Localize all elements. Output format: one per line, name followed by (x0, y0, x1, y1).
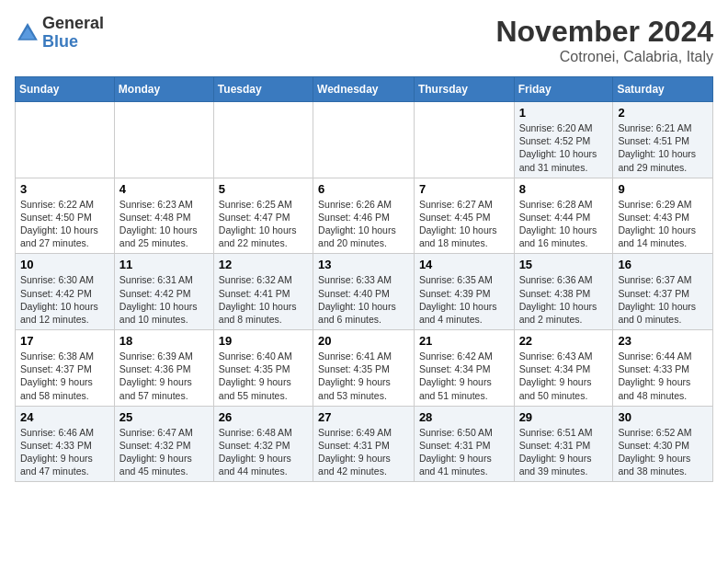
day-info: Sunrise: 6:25 AM Sunset: 4:47 PM Dayligh… (219, 198, 308, 250)
calendar-cell: 12Sunrise: 6:32 AM Sunset: 4:41 PM Dayli… (213, 254, 313, 330)
day-info: Sunrise: 6:43 AM Sunset: 4:34 PM Dayligh… (519, 350, 609, 402)
calendar-cell: 27Sunrise: 6:49 AM Sunset: 4:31 PM Dayli… (313, 406, 415, 482)
day-info: Sunrise: 6:41 AM Sunset: 4:35 PM Dayligh… (318, 350, 409, 402)
calendar-cell: 13Sunrise: 6:33 AM Sunset: 4:40 PM Dayli… (313, 254, 415, 330)
calendar-week-3: 10Sunrise: 6:30 AM Sunset: 4:42 PM Dayli… (16, 254, 713, 330)
calendar-table: SundayMondayTuesdayWednesdayThursdayFrid… (15, 76, 713, 482)
calendar-cell: 2Sunrise: 6:21 AM Sunset: 4:51 PM Daylig… (613, 102, 713, 178)
calendar-week-4: 17Sunrise: 6:38 AM Sunset: 4:37 PM Dayli… (16, 330, 713, 407)
day-info: Sunrise: 6:49 AM Sunset: 4:31 PM Dayligh… (318, 426, 409, 478)
day-number: 6 (318, 182, 409, 196)
calendar-cell: 5Sunrise: 6:25 AM Sunset: 4:47 PM Daylig… (213, 178, 313, 254)
day-number: 7 (419, 182, 509, 196)
day-info: Sunrise: 6:26 AM Sunset: 4:46 PM Dayligh… (318, 198, 409, 250)
header-wednesday: Wednesday (313, 77, 415, 102)
header-tuesday: Tuesday (213, 77, 313, 102)
calendar-cell: 25Sunrise: 6:47 AM Sunset: 4:32 PM Dayli… (114, 406, 213, 482)
calendar-cell: 14Sunrise: 6:35 AM Sunset: 4:39 PM Dayli… (414, 254, 514, 330)
logo-icon (15, 20, 40, 46)
calendar-cell: 26Sunrise: 6:48 AM Sunset: 4:32 PM Dayli… (213, 406, 313, 482)
day-number: 16 (618, 258, 708, 271)
calendar-cell: 20Sunrise: 6:41 AM Sunset: 4:35 PM Dayli… (313, 330, 415, 407)
day-number: 15 (519, 258, 609, 271)
page-header: General Blue November 2024 Cotronei, Cal… (15, 15, 713, 65)
day-number: 23 (618, 334, 708, 348)
day-number: 3 (20, 182, 109, 196)
location-subtitle: Cotronei, Calabria, Italy (495, 49, 713, 65)
title-area: November 2024 Cotronei, Calabria, Italy (495, 15, 713, 65)
day-info: Sunrise: 6:30 AM Sunset: 4:42 PM Dayligh… (20, 273, 109, 326)
calendar-cell: 22Sunrise: 6:43 AM Sunset: 4:34 PM Dayli… (514, 330, 613, 407)
calendar-cell (313, 102, 415, 178)
calendar-cell (213, 102, 313, 178)
header-friday: Friday (514, 77, 613, 102)
day-number: 22 (519, 334, 609, 348)
day-info: Sunrise: 6:50 AM Sunset: 4:31 PM Dayligh… (419, 426, 509, 478)
logo-general-text: General (42, 14, 104, 32)
header-saturday: Saturday (613, 77, 713, 102)
day-number: 13 (318, 258, 409, 271)
day-info: Sunrise: 6:23 AM Sunset: 4:48 PM Dayligh… (119, 198, 209, 250)
day-number: 2 (618, 106, 708, 120)
calendar-header-row: SundayMondayTuesdayWednesdayThursdayFrid… (16, 77, 713, 102)
calendar-cell: 7Sunrise: 6:27 AM Sunset: 4:45 PM Daylig… (414, 178, 514, 254)
calendar-cell (16, 102, 115, 178)
day-number: 21 (419, 334, 509, 348)
day-info: Sunrise: 6:32 AM Sunset: 4:41 PM Dayligh… (219, 273, 308, 326)
day-info: Sunrise: 6:29 AM Sunset: 4:43 PM Dayligh… (618, 198, 708, 250)
day-info: Sunrise: 6:47 AM Sunset: 4:32 PM Dayligh… (119, 426, 209, 478)
day-number: 28 (419, 410, 509, 424)
day-info: Sunrise: 6:22 AM Sunset: 4:50 PM Dayligh… (20, 198, 109, 250)
day-number: 24 (20, 410, 109, 424)
day-info: Sunrise: 6:36 AM Sunset: 4:38 PM Dayligh… (519, 273, 609, 326)
calendar-cell: 17Sunrise: 6:38 AM Sunset: 4:37 PM Dayli… (16, 330, 115, 407)
logo-blue-text: Blue (42, 32, 78, 51)
calendar-cell (114, 102, 213, 178)
logo-text: General Blue (42, 15, 104, 52)
day-number: 4 (119, 182, 209, 196)
day-number: 18 (119, 334, 209, 348)
calendar-cell: 11Sunrise: 6:31 AM Sunset: 4:42 PM Dayli… (114, 254, 213, 330)
day-number: 12 (219, 258, 308, 271)
calendar-cell: 18Sunrise: 6:39 AM Sunset: 4:36 PM Dayli… (114, 330, 213, 407)
calendar-week-5: 24Sunrise: 6:46 AM Sunset: 4:33 PM Dayli… (16, 406, 713, 482)
day-number: 1 (519, 106, 609, 120)
day-info: Sunrise: 6:33 AM Sunset: 4:40 PM Dayligh… (318, 273, 409, 326)
day-info: Sunrise: 6:40 AM Sunset: 4:35 PM Dayligh… (219, 350, 308, 402)
day-number: 14 (419, 258, 509, 271)
day-number: 17 (20, 334, 109, 348)
calendar-week-1: 1Sunrise: 6:20 AM Sunset: 4:52 PM Daylig… (16, 102, 713, 178)
calendar-cell: 23Sunrise: 6:44 AM Sunset: 4:33 PM Dayli… (613, 330, 713, 407)
day-info: Sunrise: 6:21 AM Sunset: 4:51 PM Dayligh… (618, 121, 708, 174)
calendar-cell: 16Sunrise: 6:37 AM Sunset: 4:37 PM Dayli… (613, 254, 713, 330)
day-number: 8 (519, 182, 609, 196)
day-info: Sunrise: 6:51 AM Sunset: 4:31 PM Dayligh… (519, 426, 609, 478)
calendar-cell: 30Sunrise: 6:52 AM Sunset: 4:30 PM Dayli… (613, 406, 713, 482)
day-info: Sunrise: 6:39 AM Sunset: 4:36 PM Dayligh… (119, 350, 209, 402)
day-info: Sunrise: 6:37 AM Sunset: 4:37 PM Dayligh… (618, 273, 708, 326)
calendar-week-2: 3Sunrise: 6:22 AM Sunset: 4:50 PM Daylig… (16, 178, 713, 254)
calendar-cell: 10Sunrise: 6:30 AM Sunset: 4:42 PM Dayli… (16, 254, 115, 330)
header-monday: Monday (114, 77, 213, 102)
calendar-cell: 15Sunrise: 6:36 AM Sunset: 4:38 PM Dayli… (514, 254, 613, 330)
day-number: 29 (519, 410, 609, 424)
day-number: 20 (318, 334, 409, 348)
day-number: 5 (219, 182, 308, 196)
header-sunday: Sunday (16, 77, 115, 102)
calendar-cell: 19Sunrise: 6:40 AM Sunset: 4:35 PM Dayli… (213, 330, 313, 407)
calendar-cell: 9Sunrise: 6:29 AM Sunset: 4:43 PM Daylig… (613, 178, 713, 254)
calendar-cell: 8Sunrise: 6:28 AM Sunset: 4:44 PM Daylig… (514, 178, 613, 254)
calendar-cell: 1Sunrise: 6:20 AM Sunset: 4:52 PM Daylig… (514, 102, 613, 178)
calendar-cell: 4Sunrise: 6:23 AM Sunset: 4:48 PM Daylig… (114, 178, 213, 254)
day-number: 11 (119, 258, 209, 271)
day-info: Sunrise: 6:46 AM Sunset: 4:33 PM Dayligh… (20, 426, 109, 478)
day-info: Sunrise: 6:38 AM Sunset: 4:37 PM Dayligh… (20, 350, 109, 402)
day-number: 19 (219, 334, 308, 348)
day-number: 30 (618, 410, 708, 424)
day-info: Sunrise: 6:44 AM Sunset: 4:33 PM Dayligh… (618, 350, 708, 402)
day-number: 9 (618, 182, 708, 196)
logo: General Blue (15, 15, 104, 52)
day-info: Sunrise: 6:28 AM Sunset: 4:44 PM Dayligh… (519, 198, 609, 250)
header-thursday: Thursday (414, 77, 514, 102)
day-number: 25 (119, 410, 209, 424)
